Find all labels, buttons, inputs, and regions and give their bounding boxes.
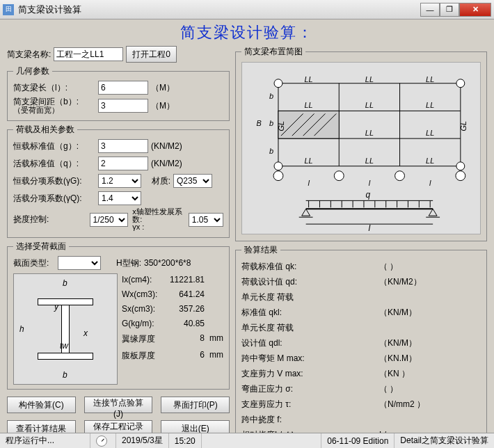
result-row: 标准值 qkl:（KN/M） [241,305,481,320]
result-value [328,307,376,318]
spacing-label: 简支梁间距（b）: （受荷面宽） [13,97,95,114]
prop-value: 641.24 [166,289,205,299]
section-diagram: b b h x y tw [13,273,118,385]
results-legend: 验算结果 [241,244,280,256]
deflection-select[interactable]: 1/250 [90,213,129,227]
result-value [328,337,376,349]
prop-unit [207,275,223,285]
open-project-button[interactable]: 打开工程0 [126,46,177,63]
result-value [328,322,376,333]
svg-text:B: B [257,119,262,127]
prop-value: 40.85 [166,319,205,328]
maximize-button[interactable]: ❐ [440,3,459,17]
material-select[interactable]: Q235 [173,174,212,188]
layout-legend: 简支梁布置简图 [241,46,305,58]
mat-label: 材质: [144,175,170,187]
spacing-input[interactable] [98,99,148,113]
result-value [328,353,376,364]
result-row: 荷载设计值 qd:（KN/M2） [241,274,481,289]
result-unit: （KN.M） [379,353,428,365]
svg-text:LL: LL [426,75,434,83]
section-type-select[interactable] [58,256,101,270]
calc-member-button[interactable]: 构件验算(C) [7,397,76,413]
result-label: 荷载设计值 qd: [241,276,325,288]
svg-text:b: b [269,119,273,127]
svg-point-13 [456,162,465,170]
span-label: 简支梁长（l）: [13,82,95,94]
result-value [328,399,376,410]
layout-group: 简支梁布置简图 [235,46,487,241]
result-label: 支座剪力 V max: [241,368,325,380]
svg-text:l: l [369,179,371,187]
status-time: 15:20 [169,433,202,448]
section-prop-row: 翼缘厚度8mm [122,333,223,345]
prop-value: 8 [166,333,205,345]
loads-group: 荷载及相关参数 恒载标准值（g）: (KN/M2) 活载标准值（q）: (KN/… [7,124,230,238]
name-input[interactable] [54,47,123,61]
result-unit: （KN/M2） [379,276,428,288]
result-row: 弯曲正应力 σ:（ ） [241,381,481,397]
q-input[interactable] [98,157,148,170]
g-label: 恒载标准值（g）: [13,141,95,152]
prop-unit [207,304,223,314]
page-title: 简支梁设计验算： [7,22,487,43]
svg-point-17 [456,171,465,181]
section-prop-row: Wx(cm3):641.24 [122,289,223,299]
status-clock [90,433,116,448]
calc-joint-button[interactable]: 连接节点验算(J) [84,397,153,413]
result-label: 单元长度 荷载 [241,322,325,334]
title-bar: 田 简支梁设计验算 — ❐ [0,0,494,19]
result-row: 荷载标准值 qk:（ ） [241,259,481,274]
yg-select[interactable]: 1.2 [98,174,141,188]
close-button[interactable] [459,3,491,17]
geometry-legend: 几何参数 [13,65,52,77]
result-label: 设计值 qdl: [241,337,325,349]
yq-label: 活载分项系数(γQ): [13,193,95,205]
result-unit: （ ） [379,383,428,395]
result-row: 设计值 qdl:（KN/M） [241,335,481,351]
svg-text:GL: GL [459,121,468,131]
prop-label: Wx(cm3): [122,289,164,299]
minimize-button[interactable]: — [420,3,440,17]
svg-text:l: l [308,179,310,187]
prop-value: 11221.81 [166,275,205,285]
result-unit: （KN/M） [379,307,428,319]
q-unit: (KN/M2) [151,159,182,168]
prop-label: 翼缘厚度 [122,333,164,345]
result-unit: （N/mm2 ） [379,399,428,410]
result-row: 单元长度 荷载 [241,320,481,335]
section-prop-row: Sx(cm3):357.26 [122,304,223,314]
span-input[interactable] [98,81,148,95]
layout-diagram: LLLLLL LLLLLL LLLL LLLLLL B bbb GL GL ll… [241,62,481,234]
section-legend: 选择受荷截面 [13,241,69,253]
status-date: 2019/5/3星 [116,433,169,448]
print-button[interactable]: 界面打印(P) [161,397,230,413]
result-label: 标准值 qkl: [241,307,325,319]
result-value [328,414,376,425]
hsteel-value: 350*200*6*8 [144,258,191,268]
plastic-select[interactable]: 1.05 [189,213,223,227]
name-label: 简支梁名称: [7,49,51,61]
result-row: 支座剪应力 τ:（N/mm2 ） [241,397,481,412]
result-label: 跨中弯矩 M max: [241,353,325,365]
svg-point-16 [395,171,405,181]
svg-text:GL: GL [277,121,285,131]
section-prop-row: G(kg/m):40.85 [122,319,223,328]
result-label: 弯曲正应力 σ: [241,383,325,395]
result-unit: （KN/M） [379,337,428,349]
prop-label: Sx(cm3): [122,304,164,314]
yq-select[interactable]: 1.4 [98,191,141,205]
section-prop-row: 腹板厚度6mm [122,350,223,362]
g-input[interactable] [98,139,148,153]
result-row: 跨中弯矩 M max:（KN.M） [241,351,481,366]
result-row: 单元长度 荷载 [241,289,481,305]
status-bar: 程序运行中... 2019/5/3星 15:20 06-11-09 Editio… [0,433,494,448]
svg-text:LL: LL [426,157,434,165]
window-title: 简支梁设计验算 [18,3,420,16]
result-value [328,276,376,287]
yg-label: 恒载分项系数(γG): [13,175,95,187]
prop-unit: mm [207,333,223,345]
result-unit: （ ） [379,261,428,273]
result-label: 荷载标准值 qk: [241,261,325,273]
app-icon: 田 [3,4,14,15]
